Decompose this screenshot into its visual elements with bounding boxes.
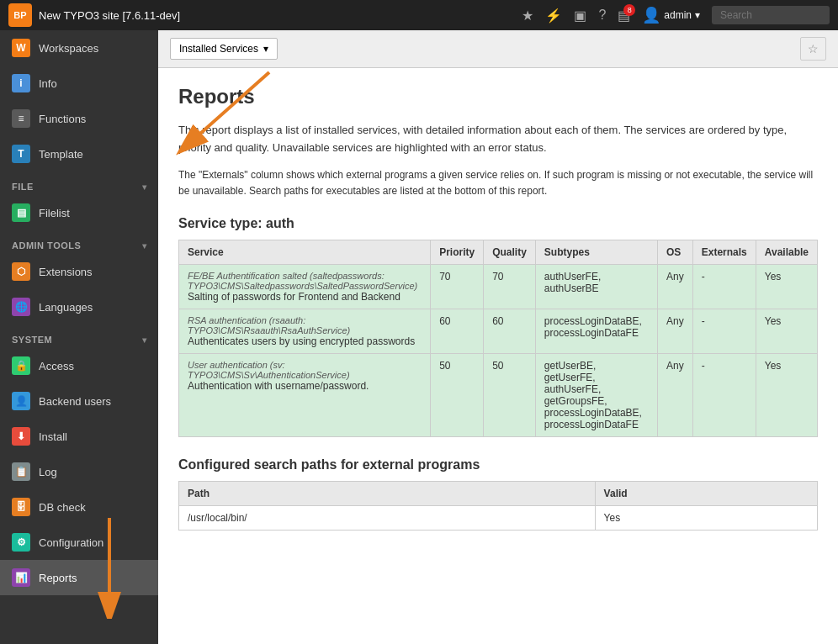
externals-cell: - <box>692 353 756 436</box>
subtypes-cell: getUserBE, getUserFE, authUserFE, getGro… <box>535 353 657 436</box>
bookmark-icon[interactable]: ★ <box>522 8 533 24</box>
col-path: Path <box>179 481 596 505</box>
sidebar-item-label: Configuration <box>39 536 103 549</box>
externals-cell: - <box>692 264 756 309</box>
search-paths-heading: Configured search paths for external pro… <box>178 457 818 472</box>
col-os: OS <box>658 240 693 264</box>
priority-cell: 50 <box>431 353 484 436</box>
table-row: User authentication (sv: TYPO3\CMS\Sv\Au… <box>179 353 818 436</box>
table-row: FE/BE Authentification salted (saltedpas… <box>179 264 818 309</box>
favorite-button[interactable]: ☆ <box>800 37 826 61</box>
externals-cell: - <box>692 309 756 353</box>
sidebar-item-log[interactable]: 📋 Log <box>0 454 158 489</box>
col-valid: Valid <box>595 481 817 505</box>
logo: BP <box>8 3 32 27</box>
access-icon: 🔒 <box>12 356 30 375</box>
content-area: Reports This report displays a list of i… <box>158 68 838 644</box>
sidebar-item-workspaces[interactable]: W Workspaces <box>0 30 158 66</box>
toolbar: Installed Services ▾ ☆ <box>158 30 838 68</box>
col-available: Available <box>756 240 817 264</box>
sidebar-item-label: Languages <box>39 301 93 314</box>
sidebar-item-label: Workspaces <box>39 42 98 55</box>
section-label: SYSTEM <box>12 335 52 345</box>
site-title: New TYPO3 site [7.6.11-dev] <box>39 9 515 22</box>
dbcheck-icon: 🗄 <box>12 498 30 516</box>
col-quality: Quality <box>484 240 536 264</box>
section-arrow: ▾ <box>142 182 147 192</box>
sidebar-item-label: Install <box>39 430 67 443</box>
functions-icon: ≡ <box>12 109 30 128</box>
sidebar-item-label: Filelist <box>39 207 70 219</box>
priority-cell: 60 <box>431 309 484 353</box>
install-icon: ⬇ <box>12 427 30 446</box>
sidebar-item-configuration[interactable]: ⚙ Configuration <box>0 525 158 560</box>
flash-icon[interactable]: ⚡ <box>545 8 562 24</box>
sidebar-item-label: Functions <box>39 113 86 125</box>
section-system: SYSTEM ▾ <box>0 325 158 348</box>
section-arrow: ▾ <box>142 335 147 345</box>
description-main: This report displays a list of installed… <box>178 122 818 157</box>
description-note: The "Externals" column shows which exter… <box>178 167 818 199</box>
service-type-heading: Service type: auth <box>178 216 818 231</box>
os-cell: Any <box>658 264 693 309</box>
sidebar: W Workspaces i Info ≡ Functions T Templa… <box>0 30 158 644</box>
table-row: RSA authentication (rsaauth: TYPO3\CMS\R… <box>179 309 818 353</box>
languages-icon: 🌐 <box>12 298 30 316</box>
sidebar-item-access[interactable]: 🔒 Access <box>0 348 158 383</box>
sidebar-item-label: Backend users <box>39 395 111 408</box>
col-priority: Priority <box>431 240 484 264</box>
page-title: Reports <box>178 85 818 108</box>
sidebar-item-dbcheck[interactable]: 🗄 DB check <box>0 489 158 525</box>
filelist-icon: ▤ <box>12 203 30 222</box>
user-menu[interactable]: 👤 admin ▾ <box>642 6 700 24</box>
sidebar-item-install[interactable]: ⬇ Install <box>0 419 158 454</box>
available-cell: Yes <box>756 309 817 353</box>
sidebar-item-extensions[interactable]: ⬡ Extensions <box>0 254 158 289</box>
template-icon: T <box>12 145 30 163</box>
service-name-cell: FE/BE Authentification salted (saltedpas… <box>179 264 431 309</box>
col-service: Service <box>179 240 431 264</box>
sidebar-item-label: Template <box>39 148 83 161</box>
search-input[interactable] <box>712 6 830 24</box>
paths-table: Path Valid /usr/local/bin/ Yes <box>178 481 818 531</box>
help-icon[interactable]: ? <box>598 8 606 23</box>
sidebar-item-functions[interactable]: ≡ Functions <box>0 101 158 136</box>
sidebar-item-filelist[interactable]: ▤ Filelist <box>0 195 158 230</box>
available-cell: Yes <box>756 264 817 309</box>
section-file: FILE ▾ <box>0 172 158 195</box>
services-table: Service Priority Quality Subtypes OS Ext… <box>178 240 818 437</box>
priority-cell: 70 <box>431 264 484 309</box>
sidebar-item-languages[interactable]: 🌐 Languages <box>0 289 158 325</box>
dropdown-label: Installed Services <box>179 43 258 55</box>
topbar: BP New TYPO3 site [7.6.11-dev] ★ ⚡ ▣ ? ▤… <box>0 0 838 30</box>
topbar-icons: ★ ⚡ ▣ ? ▤ 👤 admin ▾ <box>522 6 830 24</box>
chevron-down-icon: ▾ <box>263 43 268 55</box>
os-cell: Any <box>658 309 693 353</box>
sidebar-item-label: Info <box>39 77 57 90</box>
sidebar-item-info[interactable]: i Info <box>0 66 158 101</box>
sidebar-item-label: Reports <box>39 572 77 584</box>
quality-cell: 60 <box>484 309 536 353</box>
available-cell: Yes <box>756 353 817 436</box>
section-label: ADMIN TOOLS <box>12 240 81 251</box>
sidebar-item-label: Access <box>39 360 74 372</box>
sidebar-item-label: Log <box>39 466 57 478</box>
reports-icon: 📊 <box>12 568 30 587</box>
info-icon: i <box>12 74 30 92</box>
col-externals: Externals <box>692 240 756 264</box>
table-row: /usr/local/bin/ Yes <box>179 505 818 530</box>
subtypes-cell: processLoginDataBE, processLoginDataFE <box>535 309 657 353</box>
installed-services-dropdown[interactable]: Installed Services ▾ <box>170 38 278 60</box>
notification-icon[interactable]: ▤ <box>618 8 630 24</box>
os-cell: Any <box>658 353 693 436</box>
sidebar-item-label: Extensions <box>39 266 93 278</box>
sidebar-item-reports[interactable]: 📊 Reports <box>0 560 158 595</box>
quality-cell: 70 <box>484 264 536 309</box>
section-label: FILE <box>12 182 34 192</box>
monitor-icon[interactable]: ▣ <box>574 8 586 24</box>
path-cell: /usr/local/bin/ <box>179 505 596 530</box>
backendusers-icon: 👤 <box>12 392 30 410</box>
log-icon: 📋 <box>12 462 30 481</box>
sidebar-item-backend-users[interactable]: 👤 Backend users <box>0 383 158 419</box>
sidebar-item-template[interactable]: T Template <box>0 136 158 172</box>
